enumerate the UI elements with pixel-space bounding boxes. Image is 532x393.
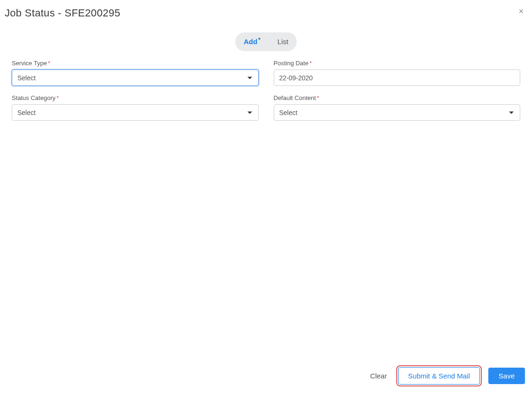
default-content-value: Select <box>279 109 298 116</box>
tab-add-label: Add <box>244 38 257 46</box>
default-content-select[interactable]: Select <box>274 104 521 121</box>
tabs-pill: Add* List <box>235 32 297 51</box>
posting-date-input[interactable]: 22-09-2020 <box>274 69 521 86</box>
service-type-select-wrap: Select <box>12 69 259 86</box>
default-content-label: Default Content* <box>274 94 521 101</box>
required-icon: * <box>317 94 319 101</box>
posting-date-label: Posting Date* <box>274 60 521 67</box>
service-type-label: Service Type* <box>12 60 259 67</box>
required-icon: * <box>48 60 50 67</box>
required-icon: * <box>56 94 59 101</box>
submit-send-mail-button[interactable]: Submit & Send Mail <box>398 367 480 385</box>
page-title: Job Status - SFE200295 <box>5 7 120 19</box>
save-button[interactable]: Save <box>488 368 525 384</box>
status-category-select-wrap: Select <box>12 104 259 121</box>
tab-list[interactable]: List <box>269 32 297 51</box>
service-type-value: Select <box>17 74 36 82</box>
default-content-select-wrap: Select <box>274 104 521 121</box>
status-category-value: Select <box>17 109 36 116</box>
status-category-group: Status Category* Select <box>12 94 259 121</box>
service-type-group: Service Type* Select <box>12 60 259 86</box>
dialog-header: Job Status - SFE200295 × <box>0 0 532 24</box>
posting-date-group: Posting Date* 22-09-2020 <box>274 60 521 86</box>
asterisk-icon: * <box>258 37 261 43</box>
close-icon: × <box>518 7 524 16</box>
clear-button[interactable]: Clear <box>367 368 390 384</box>
default-content-group: Default Content* Select <box>274 94 521 121</box>
required-icon: * <box>309 60 312 67</box>
posting-date-value: 22-09-2020 <box>279 74 313 82</box>
status-category-select[interactable]: Select <box>12 104 259 121</box>
form-area: Service Type* Select Posting Date* 22-09… <box>0 60 532 121</box>
tab-list-label: List <box>278 38 288 46</box>
status-category-label: Status Category* <box>12 94 259 101</box>
service-type-select[interactable]: Select <box>12 69 259 86</box>
tabs-container: Add* List <box>0 32 532 51</box>
footer-actions: Clear Submit & Send Mail Save <box>367 367 525 385</box>
close-button[interactable]: × <box>515 7 527 15</box>
tab-add[interactable]: Add* <box>235 32 269 52</box>
